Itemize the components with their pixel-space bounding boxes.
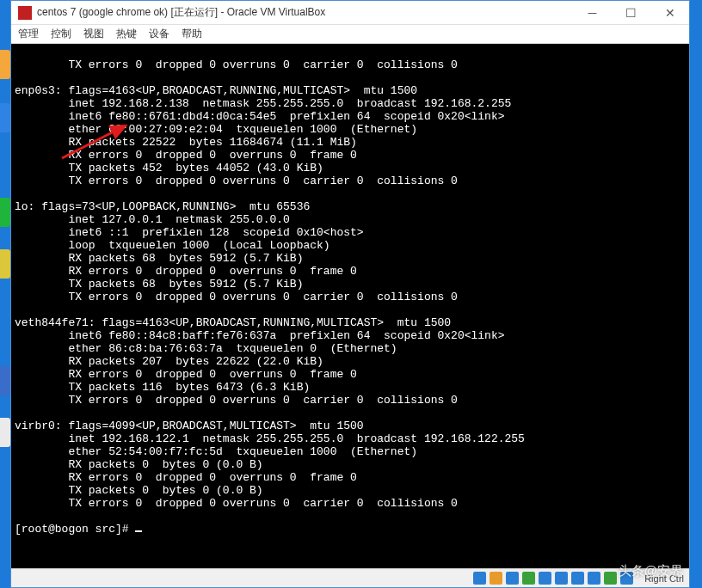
terminal-line: RX packets 0 bytes 0 (0.0 B): [15, 458, 263, 471]
virtualbox-app-icon: [18, 6, 32, 20]
menu-device[interactable]: 设备: [149, 27, 169, 41]
menu-view[interactable]: 视图: [83, 27, 104, 41]
terminal-line: TX packets 68 bytes 5912 (5.7 KiB): [15, 278, 303, 291]
terminal-line: TX packets 0 bytes 0 (0.0 B): [15, 484, 263, 497]
terminal-line: virbr0: flags=4099<UP,BROADCAST,MULTICAS…: [15, 420, 364, 432]
terminal-line: TX errors 0 dropped 0 overruns 0 carrier…: [15, 175, 458, 187]
terminal-line: RX packets 68 bytes 5912 (5.7 KiB): [15, 252, 303, 265]
window-buttons: ─ ☐ ✕: [573, 1, 689, 24]
terminal-line: RX errors 0 dropped 0 overruns 0 frame 0: [15, 149, 357, 162]
display-icon[interactable]: [571, 572, 584, 585]
terminal-line: RX packets 22522 bytes 11684674 (11.1 Mi…: [15, 136, 357, 149]
menu-help[interactable]: 帮助: [182, 27, 202, 41]
terminal-line: inet6 fe80::84c8:baff:fe76:637a prefixle…: [15, 329, 505, 342]
terminal-line: enp0s3: flags=4163<UP,BROADCAST,RUNNING,…: [15, 84, 417, 97]
usb-icon[interactable]: [539, 572, 551, 585]
terminal-prompt: [root@bogon src]#: [15, 523, 135, 536]
vbox-statusbar: Right Ctrl: [11, 568, 689, 587]
terminal-line: RX errors 0 dropped 0 overruns 0 frame 0: [15, 368, 357, 381]
hard-disk-icon[interactable]: [473, 572, 486, 585]
mouse-integration-icon[interactable]: [620, 572, 633, 585]
titlebar[interactable]: centos 7 (google chrome ok) [正在运行] - Ora…: [11, 1, 689, 25]
terminal-line: inet6 ::1 prefixlen 128 scopeid 0x10<hos…: [15, 226, 364, 239]
network-icon[interactable]: [522, 572, 535, 585]
terminal-line: TX errors 0 dropped 0 overruns 0 carrier…: [15, 58, 458, 71]
recording-icon[interactable]: [588, 572, 600, 585]
terminal-line: RX errors 0 dropped 0 overruns 0 frame 0: [15, 265, 357, 278]
terminal-line: TX packets 452 bytes 44052 (43.0 KiB): [15, 162, 323, 175]
status-icons: [473, 572, 633, 585]
terminal-line: TX packets 116 bytes 6473 (6.3 KiB): [15, 381, 310, 394]
menu-control[interactable]: 控制: [51, 27, 71, 41]
terminal-line: ether 52:54:00:f7:fc:5d txqueuelen 1000 …: [15, 445, 417, 458]
host-key-label: Right Ctrl: [644, 573, 684, 584]
terminal-line: ether 86:c8:ba:76:63:7a txqueuelen 0 (Et…: [15, 342, 397, 355]
close-button[interactable]: ✕: [650, 1, 689, 24]
terminal-line: RX errors 0 dropped 0 overruns 0 frame 0: [15, 471, 357, 484]
guest-terminal[interactable]: TX errors 0 dropped 0 overruns 0 carrier…: [11, 44, 689, 568]
maximize-button[interactable]: ☐: [612, 1, 650, 24]
terminal-line: TX errors 0 dropped 0 overruns 0 carrier…: [15, 497, 458, 510]
shared-folders-icon[interactable]: [555, 572, 568, 585]
minimize-button[interactable]: ─: [573, 1, 612, 24]
terminal-line: inet 192.168.122.1 netmask 255.255.255.0…: [15, 432, 525, 445]
terminal-line: ether 08:00:27:09:e2:04 txqueuelen 1000 …: [15, 123, 417, 136]
window-title: centos 7 (google chrome ok) [正在运行] - Ora…: [37, 5, 573, 20]
menu-manage[interactable]: 管理: [18, 27, 39, 41]
terminal-line: veth844fe71: flags=4163<UP,BROADCAST,RUN…: [15, 316, 451, 329]
terminal-line: TX errors 0 dropped 0 overruns 0 carrier…: [15, 291, 458, 303]
terminal-line: inet 127.0.0.1 netmask 255.0.0.0: [15, 213, 290, 226]
host-desktop-edge: [0, 0, 10, 588]
menubar: 管理 控制 视图 热键 设备 帮助: [11, 25, 689, 44]
cpu-icon[interactable]: [604, 572, 617, 585]
optical-disk-icon[interactable]: [490, 572, 502, 585]
virtualbox-window: centos 7 (google chrome ok) [正在运行] - Ora…: [10, 0, 690, 588]
terminal-line: lo: flags=73<UP,LOOPBACK,RUNNING> mtu 65…: [15, 200, 310, 213]
terminal-line: loop txqueuelen 1000 (Local Loopback): [15, 239, 330, 252]
terminal-line: TX errors 0 dropped 0 overruns 0 carrier…: [15, 394, 458, 407]
terminal-line: inet6 fe80::6761:dbd4:d0ca:54e5 prefixle…: [15, 110, 505, 123]
terminal-line: inet 192.168.2.138 netmask 255.255.255.0…: [15, 97, 511, 110]
terminal-line: RX packets 207 bytes 22622 (22.0 KiB): [15, 355, 323, 368]
terminal-cursor: [135, 530, 142, 532]
audio-icon[interactable]: [506, 572, 519, 585]
menu-hotkey[interactable]: 热键: [116, 27, 137, 41]
